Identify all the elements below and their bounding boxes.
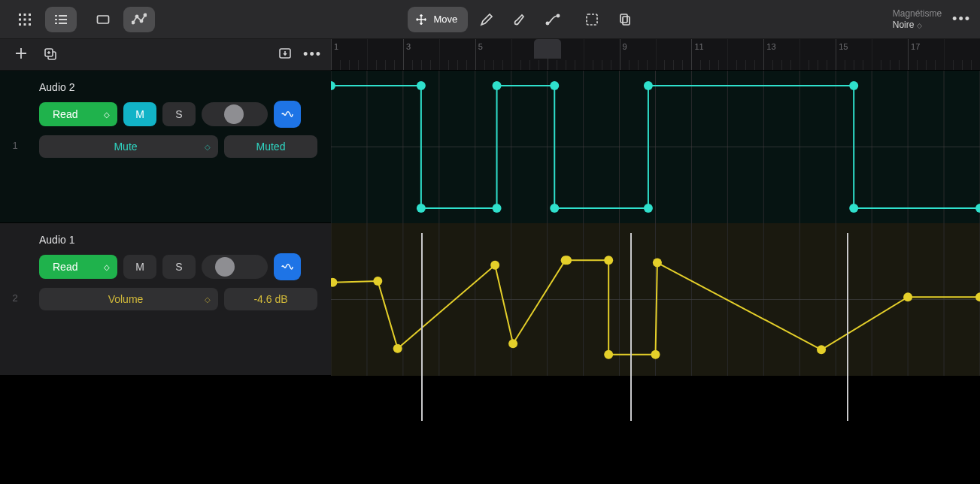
svg-point-17 <box>135 15 138 17</box>
svg-point-56 <box>849 81 858 90</box>
svg-point-88 <box>651 350 660 359</box>
import-button[interactable] <box>278 46 293 64</box>
svg-rect-15 <box>98 16 109 23</box>
curve-tool-button[interactable] <box>539 7 567 32</box>
svg-rect-5 <box>29 18 31 20</box>
add-track-button[interactable] <box>14 46 29 64</box>
show-automation-button[interactable] <box>274 253 301 280</box>
svg-rect-3 <box>19 18 21 20</box>
mute-button[interactable]: M <box>123 102 156 126</box>
automation-mode-select[interactable]: Read◇ <box>39 255 117 279</box>
svg-rect-23 <box>620 14 627 23</box>
svg-point-47 <box>331 81 335 90</box>
automation-value[interactable]: -4.6 dB <box>224 288 317 310</box>
track-number: 1 <box>0 140 30 151</box>
svg-rect-10 <box>59 15 67 17</box>
solo-button[interactable]: S <box>162 255 196 279</box>
view-grid-button[interactable] <box>9 7 41 32</box>
copy-tool-button[interactable] <box>611 7 639 32</box>
pencil-tool-button[interactable] <box>472 7 501 32</box>
svg-rect-24 <box>623 17 630 25</box>
track-title: Audio 1 <box>39 234 317 246</box>
automation-param-select[interactable]: Mute◇ <box>39 135 218 158</box>
track-fader[interactable] <box>202 255 268 279</box>
svg-point-80 <box>373 277 382 286</box>
track-header-audio1[interactable]: 2 Audio 1 Read◇ M S Volume◇ -4.6 dB <box>0 223 331 376</box>
svg-point-21 <box>557 14 560 17</box>
svg-rect-22 <box>587 14 597 25</box>
svg-rect-2 <box>29 14 31 16</box>
svg-point-53 <box>550 204 559 213</box>
svg-rect-1 <box>24 14 26 16</box>
playhead[interactable] <box>534 39 561 59</box>
move-tool-label: Move <box>433 14 457 25</box>
svg-point-87 <box>604 350 613 359</box>
callout-line <box>421 233 423 421</box>
svg-point-79 <box>331 278 337 287</box>
svg-point-54 <box>644 204 653 213</box>
track-fader[interactable] <box>202 102 268 126</box>
svg-rect-7 <box>24 23 26 26</box>
svg-rect-13 <box>55 23 57 24</box>
automation-value[interactable]: Muted <box>224 135 317 158</box>
svg-point-52 <box>550 81 559 90</box>
svg-point-81 <box>393 344 402 353</box>
svg-point-85 <box>563 256 572 265</box>
svg-point-18 <box>140 20 142 22</box>
brush-tool-button[interactable] <box>505 7 534 32</box>
automation-lane-audio2[interactable] <box>331 71 980 223</box>
svg-rect-14 <box>59 23 67 24</box>
ruler-number: 5 <box>478 42 483 51</box>
svg-point-51 <box>493 81 502 90</box>
svg-point-86 <box>604 256 613 265</box>
solo-button[interactable]: S <box>162 102 196 126</box>
marquee-tool-button[interactable] <box>578 7 606 32</box>
track-header-audio2[interactable]: 1 Audio 2 Read◇ M S Mute◇ Muted <box>0 71 331 223</box>
timeline-ruler[interactable]: 135791113151719 <box>331 39 980 71</box>
automation-mode-select[interactable]: Read◇ <box>39 102 117 126</box>
main-toolbar: Move Magnétisme Noire ◇ ••• <box>0 0 980 39</box>
callout-line <box>847 233 848 421</box>
svg-point-16 <box>132 21 134 23</box>
svg-point-55 <box>644 81 653 90</box>
snap-label: Magnétisme <box>893 8 942 20</box>
ruler-number: 15 <box>839 42 848 51</box>
svg-point-83 <box>508 339 517 348</box>
svg-point-92 <box>975 292 980 301</box>
track-title: Audio 2 <box>39 81 317 93</box>
callout-lines <box>331 376 980 484</box>
automation-param-select[interactable]: Volume◇ <box>39 288 218 310</box>
ruler-number: 9 <box>623 42 627 51</box>
ruler-number: 17 <box>911 42 920 51</box>
track-headers: 1 Audio 2 Read◇ M S Mute◇ Muted 2 Audio … <box>0 71 331 376</box>
duplicate-track-button[interactable] <box>42 46 57 64</box>
automation-lane-audio1[interactable] <box>331 223 980 376</box>
ruler-number: 11 <box>694 42 703 51</box>
move-tool-button[interactable]: Move <box>408 7 468 32</box>
track-header-more-button[interactable]: ••• <box>303 47 322 62</box>
svg-rect-12 <box>59 19 67 20</box>
svg-point-58 <box>975 204 980 213</box>
svg-point-48 <box>417 81 426 90</box>
mute-button[interactable]: M <box>123 255 156 279</box>
callout-line <box>630 233 632 421</box>
snap-value: Noire <box>893 20 915 30</box>
svg-point-57 <box>849 204 858 213</box>
svg-point-20 <box>547 22 549 24</box>
svg-point-19 <box>144 14 146 16</box>
view-list-button[interactable] <box>45 7 77 32</box>
svg-point-50 <box>493 204 502 213</box>
svg-point-90 <box>817 345 826 354</box>
snap-setting[interactable]: Magnétisme Noire ◇ <box>893 8 942 31</box>
svg-rect-8 <box>29 23 31 26</box>
automation-view-button[interactable] <box>123 7 155 32</box>
svg-point-89 <box>653 259 662 268</box>
region-view-button[interactable] <box>87 7 119 32</box>
show-automation-button[interactable] <box>274 101 301 128</box>
ruler-number: 13 <box>766 42 775 51</box>
track-number: 2 <box>0 292 30 304</box>
svg-point-49 <box>417 204 426 213</box>
more-menu-button[interactable]: ••• <box>952 11 971 27</box>
svg-rect-9 <box>55 15 57 17</box>
ruler-number: 1 <box>334 42 338 51</box>
